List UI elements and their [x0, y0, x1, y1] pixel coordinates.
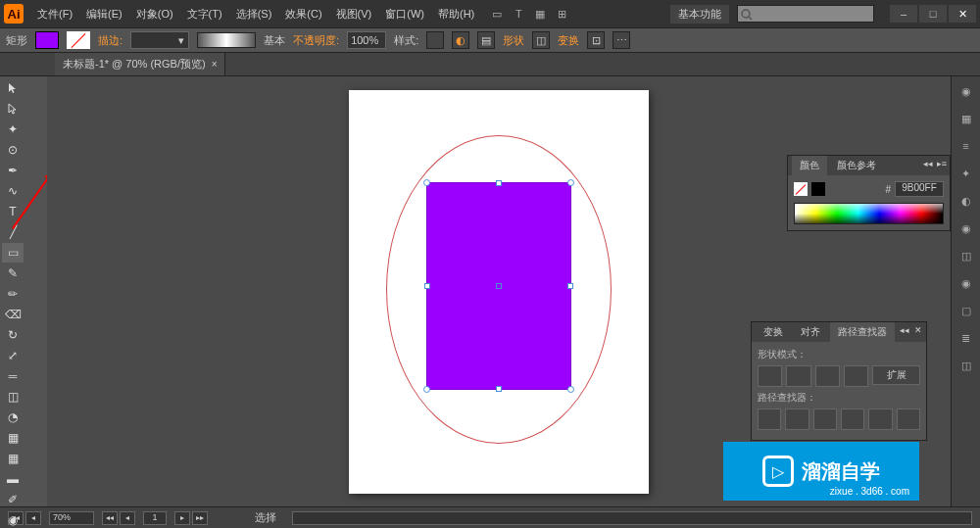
intersect-button[interactable] — [815, 365, 840, 387]
menu-help[interactable]: 帮助(H) — [432, 3, 480, 25]
lasso-tool[interactable]: ⊙ — [2, 140, 24, 160]
menu-view[interactable]: 视图(V) — [330, 3, 378, 25]
stroke-icon[interactable]: ◐ — [956, 190, 977, 212]
nav-last[interactable]: ▸▸ — [192, 511, 208, 525]
handle-tr[interactable] — [567, 179, 574, 186]
graphic-styles-icon[interactable]: ▢ — [956, 300, 977, 321]
search-input[interactable] — [737, 5, 874, 23]
handle-bm[interactable] — [496, 386, 502, 392]
color-guide-tab[interactable]: 颜色参考 — [829, 156, 884, 175]
panel-menu-icon[interactable]: ▸≡ — [936, 158, 948, 169]
expand-button[interactable]: 扩展 — [872, 365, 920, 385]
layout-icon[interactable]: ▭ — [488, 5, 506, 23]
fill-color-swatch[interactable] — [35, 31, 59, 49]
mesh-tool[interactable]: ▦ — [2, 449, 24, 468]
minus-back-button[interactable] — [897, 408, 920, 430]
handle-tl[interactable] — [423, 179, 430, 186]
gradient-tool[interactable]: ▬ — [2, 469, 24, 489]
workspace-switcher[interactable]: 基本功能 — [670, 5, 729, 24]
stroke-weight-dropdown[interactable]: ▾ — [130, 31, 189, 49]
shape-builder-tool[interactable]: ◔ — [2, 408, 24, 427]
recolor-icon[interactable]: ◐ — [452, 31, 469, 49]
tab-close-icon[interactable]: × — [212, 59, 218, 70]
artboard[interactable] — [349, 90, 649, 494]
nav-next[interactable]: ▸ — [174, 511, 190, 525]
trim-button[interactable] — [785, 408, 808, 430]
appearance-icon[interactable]: ◉ — [956, 272, 977, 294]
gradient-icon[interactable]: ◉ — [956, 217, 977, 239]
nav-first2[interactable]: ◂◂ — [102, 511, 118, 525]
free-transform-tool[interactable]: ◫ — [2, 387, 24, 407]
panel-fill-swatch[interactable] — [811, 182, 825, 196]
outline-button[interactable] — [868, 408, 892, 430]
pathfinder-tab[interactable]: 路径查找器 — [830, 322, 895, 342]
handle-tm[interactable] — [496, 180, 502, 186]
pencil-tool[interactable]: ✏ — [2, 284, 24, 304]
eyedropper-tool[interactable]: ✐ — [2, 490, 24, 509]
magic-wand-tool[interactable]: ✦ — [2, 120, 24, 139]
width-tool[interactable]: ═ — [2, 366, 24, 386]
shape-button[interactable]: 形状 — [503, 33, 524, 48]
pen-tool[interactable]: ✒ — [2, 161, 24, 180]
brush-preview[interactable] — [197, 32, 256, 48]
close-button[interactable]: ✕ — [949, 5, 976, 23]
document-tab[interactable]: 未标题-1* @ 70% (RGB/预览) × — [55, 53, 225, 75]
opacity-input[interactable]: 100% — [347, 31, 386, 49]
stroke-color-swatch[interactable] — [67, 31, 90, 49]
transform-button[interactable]: 变换 — [558, 33, 579, 48]
merge-button[interactable] — [813, 408, 837, 430]
menu-select[interactable]: 选择(S) — [230, 3, 278, 25]
crop-button[interactable] — [841, 408, 864, 430]
nav-prev2[interactable]: ◂ — [120, 511, 135, 525]
menu-type[interactable]: 文字(T) — [181, 3, 228, 25]
selection-tool[interactable] — [2, 78, 24, 98]
handle-bl[interactable] — [423, 386, 430, 393]
brushes-icon[interactable]: ≡ — [956, 135, 977, 157]
rectangle-tool[interactable]: ▭ — [2, 243, 24, 263]
scale-tool[interactable]: ⤢ — [2, 346, 24, 365]
transparency-icon[interactable]: ◫ — [956, 245, 977, 266]
unite-button[interactable] — [758, 365, 782, 387]
maximize-button[interactable]: □ — [919, 5, 947, 23]
direct-selection-tool[interactable] — [2, 99, 24, 119]
handle-br[interactable] — [567, 386, 574, 393]
handle-mr[interactable] — [567, 283, 573, 289]
transform-icon1[interactable]: ⊡ — [587, 31, 605, 49]
menu-object[interactable]: 对象(O) — [130, 3, 179, 25]
arrange-icon[interactable]: ⊞ — [553, 5, 570, 23]
exclude-button[interactable] — [844, 365, 868, 387]
nav-prev[interactable]: ◂ — [25, 511, 41, 525]
align-tab[interactable]: 对齐 — [793, 322, 828, 342]
brush-tool[interactable]: ✎ — [2, 264, 24, 283]
minus-front-button[interactable] — [786, 365, 810, 387]
graphic-style-button[interactable] — [426, 31, 444, 49]
layers-icon[interactable]: ≣ — [956, 327, 977, 349]
minimize-button[interactable]: – — [890, 5, 917, 23]
menu-effect[interactable]: 效果(C) — [279, 3, 327, 25]
color-tab[interactable]: 颜色 — [792, 156, 827, 175]
color-spectrum[interactable] — [794, 203, 944, 224]
zoom-level-input[interactable]: 70% — [49, 511, 94, 525]
align-icon[interactable]: ▤ — [477, 31, 495, 49]
shape-mode-icon[interactable]: ◫ — [532, 31, 550, 49]
curve-tool[interactable]: ∿ — [2, 181, 24, 201]
transform-tab[interactable]: 变换 — [756, 322, 791, 342]
eraser-tool[interactable]: ⌫ — [2, 305, 24, 324]
canvas-area[interactable]: ▷ 溜溜自学 zixue . 3d66 . com — [47, 76, 951, 506]
swatches-icon[interactable]: ▦ — [956, 108, 977, 129]
symbols-icon[interactable]: ✦ — [956, 163, 977, 184]
handle-ml[interactable] — [424, 283, 430, 289]
perspective-tool[interactable]: ▦ — [2, 428, 24, 448]
artboards-icon[interactable]: ◫ — [956, 355, 977, 376]
grid-icon[interactable]: ▦ — [531, 5, 549, 23]
text-mode-icon[interactable]: T — [510, 5, 527, 23]
color-panel-icon[interactable]: ◉ — [956, 80, 977, 102]
transform-icon2[interactable]: ⋯ — [612, 31, 630, 49]
pf-close-icon[interactable]: ✕ — [912, 324, 924, 336]
page-number-input[interactable]: 1 — [143, 511, 167, 525]
blend-tool[interactable]: ◉ — [2, 510, 24, 528]
menu-file[interactable]: 文件(F) — [31, 3, 78, 25]
rectangle-shape[interactable] — [426, 182, 571, 390]
divide-button[interactable] — [758, 408, 781, 430]
horizontal-scrollbar[interactable] — [292, 511, 972, 525]
